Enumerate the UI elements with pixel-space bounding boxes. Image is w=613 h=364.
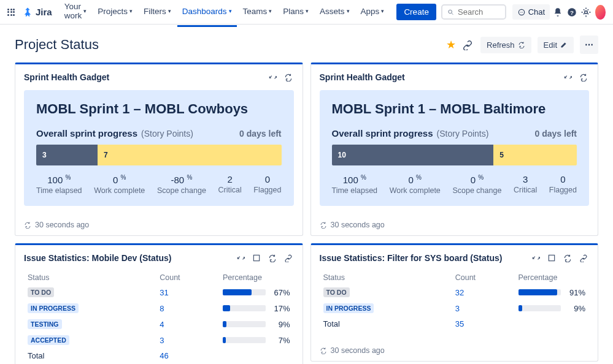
percentage-bar xyxy=(223,305,265,311)
count-link[interactable]: 4 xyxy=(156,316,219,332)
refresh-icon[interactable] xyxy=(283,72,294,83)
stat: 0 %Work complete xyxy=(390,174,441,195)
status-badge[interactable]: TO DO xyxy=(323,287,350,297)
percentage-value: 91% xyxy=(565,284,589,300)
table-row: IN PROGRESS39% xyxy=(320,300,590,316)
stat-value: 0 xyxy=(253,174,281,184)
stats-table: StatusCountPercentageTO DO3167%IN PROGRE… xyxy=(24,271,294,363)
minimize-icon[interactable] xyxy=(562,72,573,83)
stat-value: 3 xyxy=(514,174,537,184)
status-badge[interactable]: ACCEPTED xyxy=(28,335,69,345)
status-badge[interactable]: TO DO xyxy=(28,287,54,297)
star-icon[interactable]: ★ xyxy=(446,38,456,51)
gadget-title: Issue Statistics: Filter for SYS board (… xyxy=(320,253,526,263)
refresh-icon[interactable] xyxy=(578,72,589,83)
stat-label: Critical xyxy=(514,186,537,194)
minimize-icon[interactable] xyxy=(267,72,278,83)
stat-value: 100 % xyxy=(36,174,82,185)
table-row: TO DO3291% xyxy=(320,284,590,300)
stat-value: 0 % xyxy=(94,174,145,185)
gadget-title: Issue Statistics: Mobile Dev (Status) xyxy=(24,253,230,263)
bar-done: 3 xyxy=(36,145,98,165)
stat: 0 %Scope change xyxy=(452,174,501,195)
notifications-icon[interactable] xyxy=(552,4,564,20)
refresh-button[interactable]: Refresh xyxy=(480,37,531,53)
col-percentage: Percentage xyxy=(515,271,589,284)
maximize-icon[interactable] xyxy=(546,252,557,264)
total-link[interactable]: 35 xyxy=(452,316,515,332)
refresh-icon[interactable] xyxy=(267,252,278,264)
stat-value: 0 xyxy=(549,174,577,184)
table-row: IN PROGRESS817% xyxy=(24,300,294,316)
jira-logo[interactable]: Jira xyxy=(22,7,52,18)
sprint-name: MOBL Sprint 1 – MOBL Cowboys xyxy=(36,101,282,117)
create-button[interactable]: Create xyxy=(396,4,436,20)
chat-button[interactable]: Chat xyxy=(512,4,550,20)
gadget-footer: 30 seconds ago xyxy=(15,214,303,235)
count-link[interactable]: 3 xyxy=(452,300,515,316)
total-row: Total35 xyxy=(320,316,590,332)
nav-item-dashboards[interactable]: Dashboards▾ xyxy=(177,0,237,27)
more-button[interactable]: ⋯ xyxy=(580,36,598,54)
refresh-icon xyxy=(320,221,327,229)
nav-item-plans[interactable]: Plans▾ xyxy=(278,0,314,27)
page-title: Project Status xyxy=(15,37,99,53)
nav-item-projects[interactable]: Projects▾ xyxy=(93,0,137,27)
status-badge[interactable]: IN PROGRESS xyxy=(323,303,374,313)
col-count: Count xyxy=(156,271,219,284)
nav-item-teams[interactable]: Teams▾ xyxy=(238,0,277,27)
status-badge[interactable]: IN PROGRESS xyxy=(28,303,79,313)
settings-icon[interactable] xyxy=(580,4,592,20)
svg-line-1 xyxy=(452,13,453,14)
sprint-card: MOBL Sprint 1 – MOBL BaltimoreOverall sp… xyxy=(320,90,590,206)
nav-item-your-work[interactable]: Your work▾ xyxy=(60,0,92,27)
top-nav: Jira Your work▾Projects▾Filters▾Dashboar… xyxy=(0,0,613,25)
stat: 0 %Work complete xyxy=(94,174,145,195)
minimize-icon[interactable] xyxy=(235,252,246,264)
stat-label: Time elapsed xyxy=(36,186,82,195)
maximize-icon[interactable] xyxy=(251,252,262,264)
link-icon[interactable] xyxy=(283,252,294,264)
link-icon[interactable] xyxy=(578,252,589,264)
status-badge[interactable]: TESTING xyxy=(28,319,62,329)
edit-button[interactable]: Edit xyxy=(538,37,574,53)
nav-item-apps[interactable]: Apps▾ xyxy=(356,0,390,27)
total-link[interactable]: 46 xyxy=(156,348,219,363)
percentage-bar xyxy=(223,337,265,343)
search-field[interactable] xyxy=(458,7,500,17)
dashboard-board: Sprint Health GadgetMOBL Sprint 1 – MOBL… xyxy=(0,63,613,364)
progress-label: Overall sprint progress xyxy=(332,128,433,138)
issue-stats-gadget-b: Issue Statistics: Filter for SYS board (… xyxy=(310,243,599,362)
refresh-icon xyxy=(518,41,525,48)
search-icon xyxy=(447,8,454,17)
nav-item-filters[interactable]: Filters▾ xyxy=(139,0,176,27)
table-row: ACCEPTED37% xyxy=(24,332,294,348)
count-link[interactable]: 31 xyxy=(156,284,219,300)
help-icon[interactable]: ? xyxy=(566,4,578,20)
svg-point-5 xyxy=(522,12,523,12)
count-link[interactable]: 32 xyxy=(452,284,515,300)
points-label: (Story Points) xyxy=(437,129,489,138)
share-link-icon[interactable] xyxy=(462,39,474,50)
days-left: 0 days left xyxy=(535,129,577,138)
chevron-down-icon: ▾ xyxy=(129,8,133,14)
avatar[interactable] xyxy=(595,5,606,20)
stat: 100 %Time elapsed xyxy=(332,174,378,195)
refresh-icon[interactable] xyxy=(562,252,573,264)
chevron-down-icon: ▾ xyxy=(83,8,87,14)
col-status: Status xyxy=(24,271,156,284)
stat: 0Flagged xyxy=(549,174,577,195)
search-input[interactable] xyxy=(441,4,506,20)
count-link[interactable]: 8 xyxy=(156,300,219,316)
progress-label: Overall sprint progress xyxy=(36,128,137,138)
stat-value: 0 % xyxy=(390,174,441,185)
stat-value: 0 % xyxy=(452,174,501,185)
gadget-title: Sprint Health Gadget xyxy=(24,72,262,82)
count-link[interactable]: 3 xyxy=(156,332,219,348)
minimize-icon[interactable] xyxy=(530,252,541,264)
app-switcher-icon[interactable] xyxy=(7,9,15,16)
bar-remaining: 5 xyxy=(493,145,577,165)
nav-item-assets[interactable]: Assets▾ xyxy=(315,0,355,27)
table-row: TO DO3167% xyxy=(24,284,294,300)
percentage-value: 17% xyxy=(269,300,294,316)
